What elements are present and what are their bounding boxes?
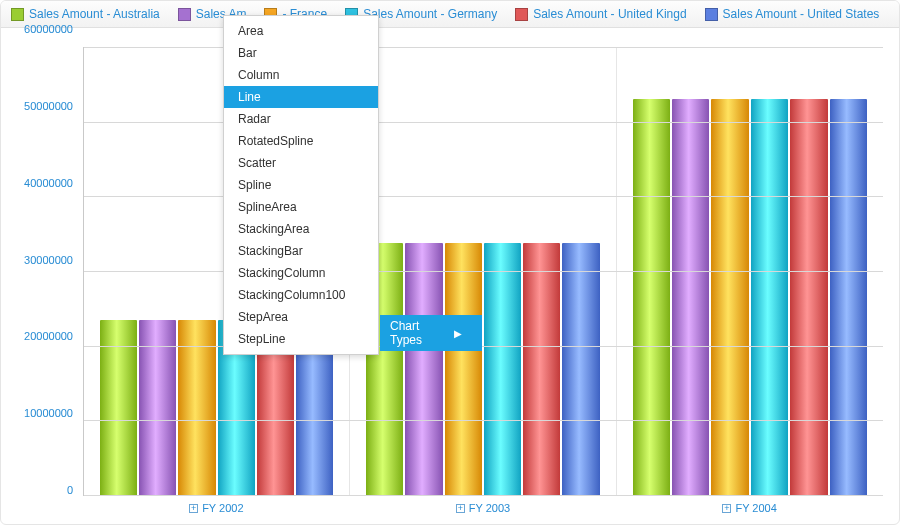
gridline <box>84 271 883 272</box>
menu-item-splinearea[interactable]: SplineArea <box>224 196 378 218</box>
y-tick-label: 30000000 <box>24 254 73 266</box>
legend-swatch <box>515 8 528 21</box>
bar[interactable] <box>484 243 521 495</box>
gridline <box>84 122 883 123</box>
gridline <box>84 196 883 197</box>
bar[interactable] <box>562 243 599 495</box>
bar[interactable] <box>405 243 442 495</box>
legend-swatch <box>178 8 191 21</box>
menu-item-stackingcolumn[interactable]: StackingColumn <box>224 262 378 284</box>
menu-item-stepline[interactable]: StepLine <box>224 328 378 350</box>
gridline <box>84 346 883 347</box>
x-tick-text: FY 2004 <box>735 502 776 514</box>
chevron-right-icon: ▶ <box>454 328 462 339</box>
menu-item-bar[interactable]: Bar <box>224 42 378 64</box>
bar[interactable] <box>830 99 867 495</box>
menu-item-stackingarea[interactable]: StackingArea <box>224 218 378 240</box>
expand-icon[interactable]: + <box>456 504 465 513</box>
legend-swatch <box>705 8 718 21</box>
legend-item[interactable]: Sales Amount - Australia <box>11 7 160 21</box>
menu-item-radar[interactable]: Radar <box>224 108 378 130</box>
context-menu-chart-types[interactable]: Chart Types ▶ <box>380 315 482 351</box>
bar[interactable] <box>523 243 560 495</box>
expand-icon[interactable]: + <box>189 504 198 513</box>
legend-swatch <box>11 8 24 21</box>
y-tick-label: 60000000 <box>24 23 73 35</box>
legend-label: Sales Amount - United States <box>723 7 880 21</box>
bar[interactable] <box>711 99 748 495</box>
bar[interactable] <box>790 99 827 495</box>
gridline <box>84 47 883 48</box>
y-tick-label: 40000000 <box>24 177 73 189</box>
y-tick-label: 0 <box>67 484 73 496</box>
menu-item-spline[interactable]: Spline <box>224 174 378 196</box>
bar[interactable] <box>445 243 482 495</box>
legend-bar: Sales Amount - Australia Sales Am - Fran… <box>1 1 899 28</box>
menu-item-steparea[interactable]: StepArea <box>224 306 378 328</box>
x-tick-label[interactable]: +FY 2003 <box>350 502 617 514</box>
legend-label: Sales Amount - Australia <box>29 7 160 21</box>
legend-item[interactable]: Sales Amount - United States <box>705 7 880 21</box>
menu-item-stackingbar[interactable]: StackingBar <box>224 240 378 262</box>
chart-area: 0100000002000000030000000400000005000000… <box>11 35 889 514</box>
menu-item-scatter[interactable]: Scatter <box>224 152 378 174</box>
x-tick-label[interactable]: +FY 2002 <box>83 502 350 514</box>
context-menu-label: Chart Types <box>390 319 454 347</box>
legend-label: Sales Amount - United Kingd <box>533 7 686 21</box>
menu-item-rotatedspline[interactable]: RotatedSpline <box>224 130 378 152</box>
menu-item-column[interactable]: Column <box>224 64 378 86</box>
y-tick-label: 10000000 <box>24 407 73 419</box>
menu-item-stackingcolumn100[interactable]: StackingColumn100 <box>224 284 378 306</box>
bar[interactable] <box>672 99 709 495</box>
gridline <box>84 495 883 496</box>
legend-label: Sales Amount - Germany <box>363 7 497 21</box>
y-axis: 0100000002000000030000000400000005000000… <box>11 35 77 496</box>
legend-item[interactable]: Sales Amount - United Kingd <box>515 7 686 21</box>
menu-item-line[interactable]: Line <box>224 86 378 108</box>
plot-area[interactable] <box>83 47 883 496</box>
chart-types-submenu[interactable]: AreaBarColumnLineRadarRotatedSplineScatt… <box>223 15 379 355</box>
gridline <box>84 420 883 421</box>
x-tick-label[interactable]: +FY 2004 <box>616 502 883 514</box>
y-tick-label: 50000000 <box>24 100 73 112</box>
expand-icon[interactable]: + <box>722 504 731 513</box>
menu-item-area[interactable]: Area <box>224 20 378 42</box>
bar[interactable] <box>633 99 670 495</box>
x-tick-text: FY 2002 <box>202 502 243 514</box>
y-tick-label: 20000000 <box>24 330 73 342</box>
bar[interactable] <box>751 99 788 495</box>
x-tick-text: FY 2003 <box>469 502 510 514</box>
